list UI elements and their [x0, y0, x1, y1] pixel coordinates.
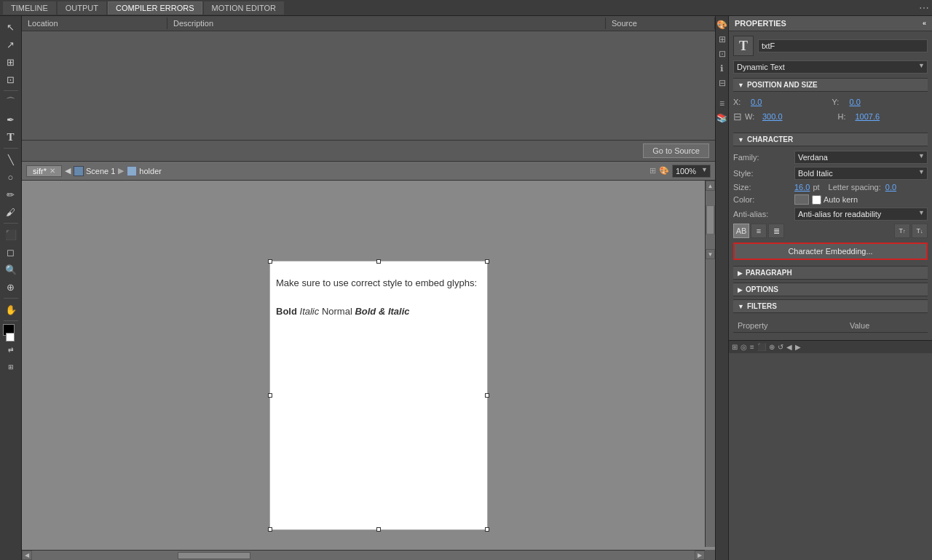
stroke-color[interactable] — [6, 333, 15, 342]
tab-output[interactable]: OUTPUT — [58, 1, 106, 15]
tool-brush[interactable]: 🖌 — [3, 204, 19, 220]
tool-divider-2 — [4, 148, 18, 149]
pos-x-value[interactable]: 0.0 — [751, 98, 762, 106]
handle-mid-right[interactable] — [485, 393, 489, 398]
prop-bottom-icon-5[interactable]: ⊕ — [769, 343, 775, 351]
prop-bottom-icon-7[interactable]: ◀ — [786, 343, 792, 351]
fmt-btn-tsup[interactable]: T↑ — [894, 224, 910, 238]
handle-top-left[interactable] — [268, 259, 272, 264]
right-icon-props[interactable]: ≡ — [716, 98, 728, 109]
link-icon: ⊟ — [733, 111, 742, 122]
prop-bottom-icon-4[interactable]: ⬛ — [757, 343, 766, 351]
breadcrumb-scene[interactable]: Scene 1 — [74, 166, 115, 176]
properties-collapse[interactable]: « — [923, 20, 926, 27]
section-filters[interactable]: ▼ FILTERS — [733, 299, 928, 313]
tab-motion-editor[interactable]: MOTION EDITOR — [204, 1, 284, 15]
tool-swap[interactable]: ⇄ — [3, 342, 19, 358]
canvas-scrollbar-h[interactable]: ◀ ▶ — [22, 550, 705, 560]
tool-reset[interactable]: ⊞ — [3, 359, 19, 375]
scroll-right-btn[interactable]: ▶ — [695, 551, 705, 560]
canvas-scrollbar-v[interactable]: ▲ ▼ — [705, 181, 715, 547]
tool-transform[interactable]: ⊞ — [3, 54, 19, 70]
pos-h-row: H: 1007.6 — [838, 112, 928, 121]
auto-kern-checkbox[interactable] — [812, 195, 821, 205]
canvas-area[interactable]: Make sure to use correct style to embed … — [22, 181, 715, 560]
handle-top-mid[interactable] — [376, 259, 381, 264]
pos-x-label: X: — [733, 98, 748, 106]
section-paragraph[interactable]: ▶ PARAGRAPH — [733, 266, 928, 280]
tool-arrow[interactable]: ↖ — [3, 19, 19, 35]
right-icon-transform[interactable]: ⊡ — [716, 48, 728, 60]
pos-w-value[interactable]: 300.0 — [762, 112, 783, 121]
fmt-btn-list2[interactable]: ≣ — [768, 224, 784, 238]
tool-text[interactable]: T — [3, 129, 19, 145]
fmt-btn-list1[interactable]: ≡ — [751, 224, 767, 238]
prop-bottom-icon-2[interactable]: ◎ — [741, 343, 747, 351]
pos-w-row: W: 300.0 — [745, 112, 835, 121]
tab-compiler-errors[interactable]: COMPILER ERRORS — [108, 1, 202, 15]
tool-subselect[interactable]: ↗ — [3, 36, 19, 52]
stage-tab[interactable]: sifr* ✕ — [26, 165, 62, 177]
zoom-select[interactable]: 100% 50% 200% — [672, 165, 711, 178]
scroll-down-btn[interactable]: ▼ — [706, 249, 715, 259]
right-icon-resize[interactable]: ⊟ — [716, 77, 728, 89]
tool-line[interactable]: ╲ — [3, 151, 19, 167]
right-icon-info[interactable]: ℹ — [716, 63, 728, 74]
scroll-thumb-h[interactable] — [178, 552, 250, 559]
breadcrumb-back[interactable]: ◀ — [65, 166, 71, 176]
right-icon-grid[interactable]: ⊞ — [716, 33, 728, 45]
fmt-btn-ab[interactable]: AB — [733, 224, 749, 238]
section-character[interactable]: ▼ CHARACTER — [733, 133, 928, 146]
tab-overflow[interactable]: ⋯ — [919, 2, 929, 14]
section-options[interactable]: ▶ OPTIONS — [733, 283, 928, 296]
pos-h-value[interactable]: 1007.6 — [856, 112, 880, 121]
scroll-up-btn[interactable]: ▲ — [706, 181, 715, 191]
anti-alias-select[interactable]: Anti-alias for readability Anti-alias fo… — [794, 208, 928, 221]
right-icon-color[interactable]: 🎨 — [716, 19, 728, 31]
fmt-btn-tsub[interactable]: T↓ — [912, 224, 928, 238]
handle-bot-right[interactable] — [485, 527, 489, 532]
section-pos-size[interactable]: ▼ POSITION AND SIZE — [733, 78, 928, 92]
tool-shape[interactable]: ○ — [3, 169, 19, 185]
stage-tab-close[interactable]: ✕ — [50, 167, 55, 175]
breadcrumb-holder[interactable]: holder — [127, 166, 162, 176]
color-swatch[interactable] — [794, 194, 809, 205]
tab-timeline[interactable]: TIMELINE — [3, 1, 56, 15]
char-embedding-button[interactable]: Character Embedding... — [733, 242, 928, 260]
prop-bottom-icon-6[interactable]: ↺ — [778, 343, 783, 351]
tool-pencil[interactable]: ✏ — [3, 186, 19, 202]
scroll-thumb-v[interactable] — [706, 205, 714, 234]
scroll-left-btn[interactable]: ◀ — [22, 551, 32, 560]
right-icon-lib[interactable]: 📚 — [716, 112, 728, 124]
stage-ctrl-2[interactable]: 🎨 — [659, 166, 669, 176]
prop-bottom-icon-1[interactable]: ⊞ — [732, 343, 738, 351]
tool-paint[interactable]: ⬛ — [3, 226, 19, 242]
pos-y-value[interactable]: 0.0 — [850, 98, 861, 106]
instance-type-select[interactable]: Dynamic Text Static Text Input Text — [733, 60, 928, 74]
zoom-wrapper: 100% 50% 200% — [672, 165, 711, 178]
instance-name-input[interactable] — [758, 39, 928, 52]
auto-kern-label[interactable]: Auto kern — [812, 195, 858, 205]
tool-hand[interactable]: ✋ — [3, 301, 19, 318]
handle-bot-mid[interactable] — [376, 527, 381, 532]
letter-spacing-value[interactable]: 0.0 — [885, 183, 896, 192]
tool-pen[interactable]: ✒ — [3, 111, 19, 127]
tool-lasso[interactable]: ⌒ — [3, 94, 19, 110]
handle-bot-left[interactable] — [268, 527, 272, 532]
properties-panel: PROPERTIES « T Dynamic Text Static Text … — [728, 16, 932, 560]
size-value[interactable]: 16.0 — [794, 183, 810, 192]
goto-source-button[interactable]: Go to Source — [643, 143, 709, 158]
tool-eraser[interactable]: ◻ — [3, 244, 19, 260]
handle-mid-left[interactable] — [268, 393, 272, 398]
scene-icon — [74, 166, 84, 176]
stage-ctrl-1[interactable]: ⊞ — [649, 166, 656, 176]
prop-bottom-icon-8[interactable]: ▶ — [795, 343, 801, 351]
tool-3d[interactable]: ⊡ — [3, 71, 19, 87]
tool-divider-1 — [4, 90, 18, 91]
style-select[interactable]: Bold Italic Bold Italic Regular — [794, 167, 928, 180]
tool-eyedrop[interactable]: 🔍 — [3, 261, 19, 277]
prop-bottom-icon-3[interactable]: ≡ — [750, 343, 754, 351]
family-select[interactable]: Verdana Arial — [794, 151, 928, 164]
tool-zoom[interactable]: ⊕ — [3, 279, 19, 295]
handle-top-right[interactable] — [485, 259, 489, 264]
